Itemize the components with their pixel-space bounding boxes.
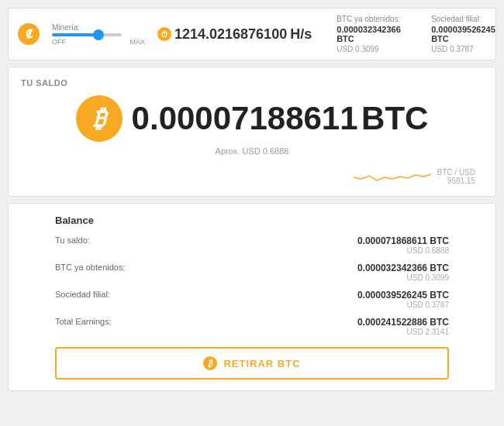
detail-val-block-saldo: 0.000071868611 BTC USD 0.6888 xyxy=(357,235,449,255)
hash-rate-value: 1214.0216876100 xyxy=(174,26,287,43)
slider-labels: OFF MÁX xyxy=(52,38,145,46)
btc-logo: ₿ xyxy=(76,95,123,142)
subsidiary-usd: USD 0.3787 xyxy=(431,45,501,53)
slider-container xyxy=(52,33,145,36)
detail-val-saldo: 0.000071868611 BTC xyxy=(357,235,449,246)
chart-price: 9581.15 xyxy=(437,177,475,185)
chart-label: BTC / USD 9581.15 xyxy=(437,168,475,185)
detail-val-block-btc-obtained: 0.000032342366 BTC USD 0.3099 xyxy=(357,263,449,282)
btc-amount: 0.00007188611 xyxy=(132,100,358,136)
slider-max-label: MÁX xyxy=(129,38,145,46)
balance-card-title: TU SALDO xyxy=(21,78,483,88)
btc-obtained-label: BTC ya obtenidos: xyxy=(337,15,406,23)
btc-unit-label: BTC xyxy=(361,100,428,136)
detail-val-btc-obtained: 0.000032342366 BTC xyxy=(357,263,449,273)
sidebar-toggle[interactable]: ₡ xyxy=(18,23,40,45)
btc-amount-container: 0.00007188611 BTC xyxy=(132,100,429,137)
btc-obtained-block: BTC ya obtenidos: 0.000032342366 BTC USD… xyxy=(337,15,406,53)
detail-val-total: 0.000241522886 BTC xyxy=(357,317,449,328)
detail-key-total: Total Earnings: xyxy=(55,317,112,326)
subsidiary-block: Sociedad filial: 0.000039526245 BTC USD … xyxy=(431,15,501,53)
chart-area: BTC / USD 9581.15 xyxy=(21,162,483,185)
balance-card: TU SALDO ₿ 0.00007188611 BTC Aprox. USD … xyxy=(8,67,496,197)
top-bar: ₡ Minería: OFF MÁX ⏱ 1214.0216876100 H/s… xyxy=(8,8,496,60)
detail-val-subsidiary: 0.000039526245 BTC xyxy=(357,290,449,301)
hash-icon: ⏱ xyxy=(157,27,171,41)
withdraw-button[interactable]: ₿ RETIRAR BTC xyxy=(55,347,449,380)
btc-usd-chart xyxy=(354,162,431,185)
mining-slider[interactable] xyxy=(52,33,122,36)
detail-usd-total: USD 2.3141 xyxy=(357,328,449,336)
mining-section: Minería: OFF MÁX xyxy=(52,23,145,46)
subsidiary-value: 0.000039526245 BTC xyxy=(431,25,501,43)
detail-usd-saldo: USD 0.6888 xyxy=(357,246,449,255)
hash-unit: H/s xyxy=(290,26,312,43)
detail-key-subsidiary: Sociedad filial: xyxy=(55,290,110,299)
detail-val-block-total: 0.000241522886 BTC USD 2.3141 xyxy=(357,317,449,336)
detail-row-btc-obtained: BTC ya obtenidos: 0.000032342366 BTC USD… xyxy=(55,263,449,282)
detail-row-saldo: Tu saldo: 0.000071868611 BTC USD 0.6888 xyxy=(55,235,449,255)
detail-row-subsidiary: Sociedad filial: 0.000039526245 BTC USD … xyxy=(55,290,449,309)
details-title: Balance xyxy=(55,215,449,226)
balance-main-display: ₿ 0.00007188611 BTC xyxy=(21,95,483,142)
details-card: Balance Tu saldo: 0.000071868611 BTC USD… xyxy=(8,203,496,391)
withdraw-btc-icon: ₿ xyxy=(203,356,217,370)
detail-row-total: Total Earnings: 0.000241522886 BTC USD 2… xyxy=(55,317,449,336)
approx-usd: Aprox. USD 0.6888 xyxy=(21,146,483,156)
btc-obtained-usd: USD 0.3099 xyxy=(337,45,406,53)
detail-usd-subsidiary: USD 0.3787 xyxy=(357,301,449,309)
withdraw-label: RETIRAR BTC xyxy=(223,358,300,369)
detail-usd-btc-obtained: USD 0.3099 xyxy=(357,273,449,282)
subsidiary-label: Sociedad filial: xyxy=(431,15,501,23)
btc-obtained-value: 0.000032342366 BTC xyxy=(337,25,406,43)
detail-key-btc-obtained: BTC ya obtenidos: xyxy=(55,263,126,272)
detail-key-saldo: Tu saldo: xyxy=(55,235,90,245)
hash-rate-display: ⏱ 1214.0216876100 H/s xyxy=(157,26,312,43)
detail-val-block-subsidiary: 0.000039526245 BTC USD 0.3787 xyxy=(357,290,449,309)
slider-min-label: OFF xyxy=(52,38,66,46)
chart-pair-label: BTC / USD xyxy=(437,168,475,177)
